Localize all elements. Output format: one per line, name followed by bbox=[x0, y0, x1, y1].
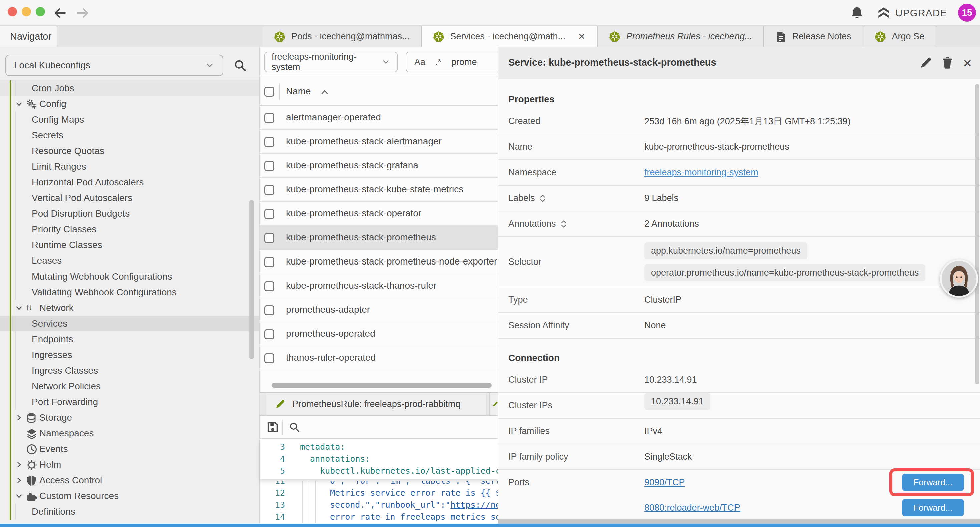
sidebar-item-cron-jobs[interactable]: Cron Jobs bbox=[0, 80, 259, 96]
drawer-scrollbar[interactable] bbox=[975, 84, 979, 384]
sidebar-item-pod-disruption-budgets[interactable]: Pod Disruption Budgets bbox=[0, 206, 259, 221]
tab-release-notes[interactable]: Release Notes bbox=[764, 26, 863, 47]
port-link[interactable]: 9090/TCP bbox=[644, 477, 685, 488]
sidebar-item-services[interactable]: Services bbox=[0, 315, 259, 331]
sidebar-item-custom-resources[interactable]: Custom Resources bbox=[0, 488, 259, 504]
sidebar-item-network-policies[interactable]: Network Policies bbox=[0, 378, 259, 394]
table-horizontal-scrollbar[interactable] bbox=[272, 383, 492, 388]
edit-pencil-icon[interactable] bbox=[919, 56, 932, 69]
row-checkbox[interactable] bbox=[264, 113, 274, 123]
upgrade-button[interactable]: UPGRADE bbox=[877, 7, 947, 19]
back-icon[interactable] bbox=[52, 5, 68, 21]
table-row[interactable]: kube-prometheus-stack-grafana bbox=[259, 154, 498, 178]
row-checkbox[interactable] bbox=[264, 257, 274, 267]
sidebar-item-config-maps[interactable]: Config Maps bbox=[0, 112, 259, 127]
row-checkbox[interactable] bbox=[264, 185, 274, 195]
row-checkbox[interactable] bbox=[264, 281, 274, 291]
sidebar-item-definitions[interactable]: Definitions bbox=[0, 504, 259, 519]
port-link[interactable]: 8080:reloader-web/TCP bbox=[644, 503, 740, 513]
sidebar-item-mutating-webhook-configurations[interactable]: Mutating Webhook Configurations bbox=[0, 269, 259, 284]
sidebar-item-vertical-pod-autoscalers[interactable]: Vertical Pod Autoscalers bbox=[0, 190, 259, 206]
sidebar-item-horizontal-pod-autoscalers[interactable]: Horizontal Pod Autoscalers bbox=[0, 174, 259, 190]
sidebar-item-label: Validating Webhook Configurations bbox=[32, 287, 177, 298]
table-row[interactable]: alertmanager-operated bbox=[259, 106, 498, 130]
namespace-link[interactable]: freeleaps-monitoring-system bbox=[644, 167, 758, 177]
sidebar-item-resource-quotas[interactable]: Resource Quotas bbox=[0, 143, 259, 159]
namespace-select[interactable]: freeleaps-monitoring-system bbox=[264, 52, 398, 72]
sort-updown-icon[interactable] bbox=[560, 220, 567, 228]
notifications-bell-icon[interactable] bbox=[850, 6, 864, 20]
sidebar-item-port-forwarding[interactable]: Port Forwarding bbox=[0, 394, 259, 409]
sidebar-search-icon[interactable] bbox=[234, 59, 248, 73]
chevron-down-icon[interactable] bbox=[15, 304, 23, 312]
sidebar-item-secrets[interactable]: Secrets bbox=[0, 127, 259, 143]
row-checkbox[interactable] bbox=[264, 329, 274, 339]
table-row[interactable]: prometheus-adapter bbox=[259, 298, 498, 322]
row-checkbox[interactable] bbox=[264, 353, 274, 363]
sidebar-item-config[interactable]: Config bbox=[0, 96, 259, 112]
column-header-name[interactable]: Name bbox=[286, 86, 311, 97]
table-row[interactable]: prometheus-operated bbox=[259, 322, 498, 346]
chevron-right-icon[interactable] bbox=[15, 460, 23, 469]
sidebar-item-endpoints[interactable]: Endpoints bbox=[0, 331, 259, 347]
sidebar-item-access-control[interactable]: Access Control bbox=[0, 472, 259, 488]
chevron-down-icon[interactable] bbox=[15, 492, 23, 500]
close-icon[interactable]: ✕ bbox=[963, 57, 972, 70]
sort-updown-icon[interactable] bbox=[539, 194, 546, 203]
table-row[interactable]: kube-prometheus-stack-kube-state-metrics bbox=[259, 178, 498, 202]
chevron-down-icon[interactable] bbox=[15, 100, 23, 108]
table-row[interactable]: kube-prometheus-stack-thanos-ruler bbox=[259, 274, 498, 298]
table-row[interactable]: kube-prometheus-stack-operator bbox=[259, 202, 498, 226]
sidebar-item-network[interactable]: ↑↓Network bbox=[0, 300, 259, 315]
row-checkbox[interactable] bbox=[264, 305, 274, 315]
drawer-horizontal-scrollbar[interactable] bbox=[498, 519, 980, 524]
delete-trash-icon[interactable] bbox=[941, 56, 954, 69]
sidebar-item-leases[interactable]: Leases bbox=[0, 253, 259, 269]
kubeconfig-select[interactable]: Local Kubeconfigs bbox=[5, 55, 223, 76]
editor-tab-next-partial[interactable] bbox=[489, 393, 498, 415]
close-icon[interactable]: ✕ bbox=[578, 31, 586, 42]
sidebar-item-priority-classes[interactable]: Priority Classes bbox=[0, 221, 259, 237]
sidebar-item-storage[interactable]: Storage bbox=[0, 409, 259, 425]
sidebar-item-limit-ranges[interactable]: Limit Ranges bbox=[0, 159, 259, 174]
forward-button[interactable]: Forward... bbox=[902, 499, 964, 516]
match-case-toggle[interactable]: Aa bbox=[414, 57, 425, 67]
sidebar-item-namespaces[interactable]: Namespaces bbox=[0, 425, 259, 441]
row-checkbox[interactable] bbox=[264, 161, 274, 171]
table-row[interactable]: kube-prometheus-stack-prometheus bbox=[259, 226, 498, 250]
sidebar-item-validating-webhook-configurations[interactable]: Validating Webhook Configurations bbox=[0, 284, 259, 300]
forward-button[interactable]: Forward... bbox=[902, 474, 964, 491]
sidebar-scrollbar[interactable] bbox=[249, 200, 253, 359]
table-row[interactable]: kube-prometheus-stack-alertmanager bbox=[259, 130, 498, 154]
table-row[interactable]: kube-prometheus-stack-prometheus-node-ex… bbox=[259, 250, 498, 274]
sidebar-item-events[interactable]: Events bbox=[0, 441, 259, 457]
tab-pods-icecheng-mathmas[interactable]: Pods - icecheng@mathmas... bbox=[262, 26, 422, 47]
close-window-button[interactable] bbox=[8, 7, 17, 16]
sidebar-item-helm[interactable]: Helm bbox=[0, 457, 259, 472]
editor-tab-prometheusrule[interactable]: PrometheusRule: freeleaps-prod-rabbitmq bbox=[266, 393, 486, 415]
user-avatar-badge[interactable]: 15 bbox=[958, 4, 976, 22]
chevron-right-icon[interactable] bbox=[15, 476, 23, 485]
minimize-window-button[interactable] bbox=[22, 7, 31, 16]
zoom-window-button[interactable] bbox=[36, 7, 45, 16]
tab-argo-se[interactable]: Argo Se bbox=[863, 26, 937, 47]
tab-services-icecheng-math[interactable]: Services - icecheng@math...✕ bbox=[422, 26, 598, 47]
editor-search-icon[interactable] bbox=[288, 421, 301, 434]
sort-ascending-icon[interactable] bbox=[320, 88, 329, 96]
select-all-checkbox[interactable] bbox=[264, 87, 274, 97]
navigator-pane-tab[interactable]: Navigator bbox=[0, 26, 57, 47]
row-checkbox[interactable] bbox=[264, 209, 274, 219]
sidebar-item-ingress-classes[interactable]: Ingress Classes bbox=[0, 363, 259, 378]
sidebar-item-ingresses[interactable]: Ingresses bbox=[0, 347, 259, 363]
sidebar-item-runtime-classes[interactable]: Runtime Classes bbox=[0, 237, 259, 253]
chevron-right-icon[interactable] bbox=[15, 413, 23, 422]
row-checkbox[interactable] bbox=[264, 233, 274, 243]
yaml-editor[interactable]: 3metadata:4annotations:5kubectl.kubernet… bbox=[259, 439, 498, 524]
regex-toggle[interactable]: .* bbox=[435, 57, 441, 67]
tab-prometheus-rules-icecheng[interactable]: Prometheus Rules - icecheng... bbox=[598, 26, 764, 47]
table-row[interactable]: thanos-ruler-operated bbox=[259, 346, 498, 370]
assistant-avatar[interactable] bbox=[940, 260, 978, 298]
save-icon[interactable] bbox=[266, 421, 279, 434]
row-checkbox[interactable] bbox=[264, 137, 274, 147]
forward-icon[interactable] bbox=[75, 5, 91, 21]
